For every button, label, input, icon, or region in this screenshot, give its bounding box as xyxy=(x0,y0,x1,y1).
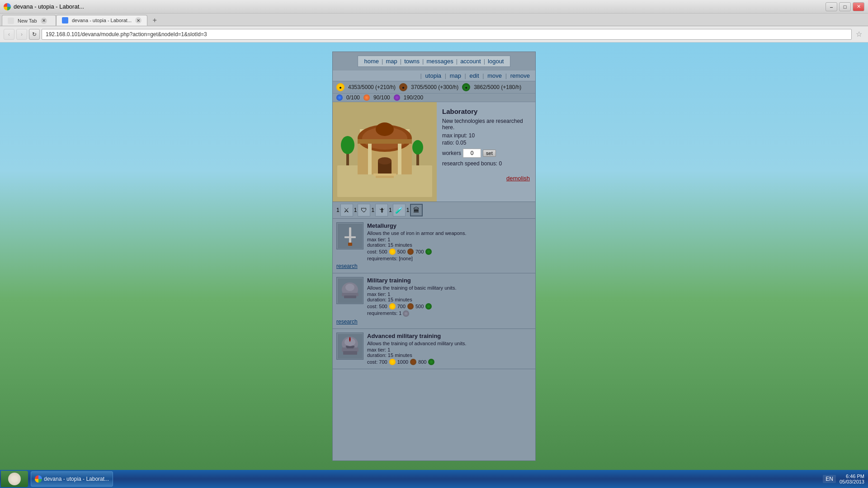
taskbar-clock: 6:46 PM 05/03/2013 xyxy=(840,474,864,484)
start-button[interactable] xyxy=(1,471,28,487)
building-max-input: max input: 10 xyxy=(442,132,530,139)
slot-number: 1 xyxy=(336,207,340,213)
taskbar-buttons: devana - utopia - Laborat... xyxy=(31,471,819,487)
bookmark-button[interactable]: ☆ xyxy=(854,29,864,40)
svg-point-13 xyxy=(412,140,423,155)
workers-label: workers xyxy=(442,150,461,156)
cost-row-advanced-military: cost: 700 1000 800 xyxy=(367,359,532,365)
slot-count-1: 1 xyxy=(354,207,357,213)
research-header-advanced-military: Advanced military training Allows the tr… xyxy=(336,333,532,365)
inner-nav: | utopia | map | edit | move | remove xyxy=(333,70,535,81)
research-button-military-training[interactable]: research xyxy=(336,319,532,325)
chrome-taskbar-icon xyxy=(35,475,42,483)
inner-nav-move[interactable]: move xyxy=(486,72,504,79)
svg-rect-20 xyxy=(349,227,351,243)
wood-cost-icon-1 xyxy=(425,249,432,255)
building-ratio: ratio: 0.05 xyxy=(442,140,530,146)
slot-icon-1[interactable]: ⚔ xyxy=(340,204,353,216)
demolish-button[interactable]: demolish xyxy=(506,175,530,182)
total-pop-value: 190/200 xyxy=(404,94,423,101)
devana-favicon xyxy=(62,17,68,23)
req-icon-military-training xyxy=(403,310,409,317)
slot-item-2: 🛡 xyxy=(358,204,370,216)
tab-new-tab[interactable]: New Tab ✕ xyxy=(2,15,56,26)
research-icon-military-training xyxy=(336,277,363,304)
clock-time: 6:46 PM xyxy=(840,474,864,479)
address-input[interactable] xyxy=(42,29,852,40)
top-nav-inner: home | map | towns | messages | account … xyxy=(358,56,511,67)
nav-messages[interactable]: messages xyxy=(425,58,455,65)
nav-map[interactable]: map xyxy=(384,58,399,65)
building-info: Laboratory New technologies are research… xyxy=(437,102,535,202)
resources-bar: ● 4353/5000 (+210/h) ● 3705/5000 (+300/h… xyxy=(333,81,535,94)
new-tab-button[interactable]: + xyxy=(149,15,160,26)
req-row-metallurgy: requirements: [none] xyxy=(367,256,532,261)
nav-towns[interactable]: towns xyxy=(402,58,421,65)
research-button-metallurgy[interactable]: research xyxy=(336,263,532,269)
research-icon-advanced-military xyxy=(336,333,363,360)
tab-close-devana[interactable]: ✕ xyxy=(135,17,142,23)
inner-nav-remove[interactable]: remove xyxy=(509,72,532,79)
taskbar: devana - utopia - Laborat... EN 6:46 PM … xyxy=(0,470,868,488)
gold-cost-icon-1 xyxy=(389,249,396,255)
cost-row-military-training: cost: 500 700 500 xyxy=(367,303,532,310)
maximize-button[interactable]: □ xyxy=(839,2,851,11)
inner-nav-map[interactable]: map xyxy=(448,72,463,79)
research-details-metallurgy: Metallurgy Allows the use of iron in arm… xyxy=(367,222,532,261)
research-duration-metallurgy: duration: 15 minutes xyxy=(367,242,532,248)
research-details-advanced-military: Advanced military training Allows the tr… xyxy=(367,333,532,365)
workers-value: 0/100 xyxy=(346,94,360,101)
research-title-military-training: Military training xyxy=(367,277,532,284)
food-cost-icon-2 xyxy=(407,303,414,310)
chrome-icon xyxy=(4,3,11,10)
back-button[interactable]: ‹ xyxy=(4,29,14,40)
browser-title: devana - utopia - Laborat... xyxy=(14,3,84,10)
slot-count-3: 1 xyxy=(389,207,392,213)
workers-input[interactable] xyxy=(463,149,481,158)
research-desc-metallurgy: Allows the use of iron in armor and weap… xyxy=(367,230,532,236)
svg-rect-18 xyxy=(358,139,412,144)
tab-devana[interactable]: devana - utopia - Laborat... ✕ xyxy=(56,15,147,26)
clock-date: 05/03/2013 xyxy=(840,479,864,484)
food-cost-icon-1 xyxy=(407,249,414,255)
slot-icon-5[interactable]: 🏛 xyxy=(410,204,423,216)
research-desc-military-training: Allows the training of basic military un… xyxy=(367,285,532,291)
browser-window-controls: – □ ✕ xyxy=(826,2,864,11)
military-value: 90/100 xyxy=(373,94,390,101)
taskbar-chrome-button[interactable]: devana - utopia - Laborat... xyxy=(31,471,113,487)
research-tier-advanced-military: max tier: 1 xyxy=(367,347,532,352)
nav-logout[interactable]: logout xyxy=(486,58,505,65)
svg-rect-17 xyxy=(398,143,401,174)
research-entry-military-training: Military training Allows the training of… xyxy=(333,273,535,329)
new-tab-favicon xyxy=(8,18,14,24)
tab-bar: New Tab ✕ devana - utopia - Laborat... ✕… xyxy=(0,14,868,26)
research-title-advanced-military: Advanced military training xyxy=(367,333,532,339)
research-desc-advanced-military: Allows the training of advanced military… xyxy=(367,341,532,346)
svg-rect-26 xyxy=(344,296,356,298)
close-button[interactable]: ✕ xyxy=(853,2,864,11)
reload-button[interactable]: ↻ xyxy=(29,29,40,40)
slot-icon-4[interactable]: 🧪 xyxy=(393,204,406,216)
wood-cost-icon-2 xyxy=(425,303,432,310)
research-tier-metallurgy: max tier: 1 xyxy=(367,237,532,242)
workers-row: workers set xyxy=(442,149,530,158)
taskbar-tab-label: devana - utopia - Laborat... xyxy=(44,476,109,482)
nav-account[interactable]: account xyxy=(458,58,483,65)
minimize-button[interactable]: – xyxy=(826,2,837,11)
gold-value: 4353/5000 (+210/h) xyxy=(348,84,396,90)
building-svg xyxy=(333,102,437,202)
research-details-military-training: Military training Allows the training of… xyxy=(367,277,532,317)
slot-icon-2[interactable]: 🛡 xyxy=(358,204,370,216)
research-header-military-training: Military training Allows the training of… xyxy=(336,277,532,317)
set-workers-button[interactable]: set xyxy=(483,150,496,157)
svg-rect-33 xyxy=(347,347,354,348)
slot-icon-3[interactable]: 🗡 xyxy=(375,204,388,216)
nav-home[interactable]: home xyxy=(363,58,381,65)
inner-nav-edit[interactable]: edit xyxy=(468,72,481,79)
slot-item-1: ⚔ xyxy=(340,204,353,216)
tab-close-new[interactable]: ✕ xyxy=(41,18,47,24)
req-row-military-training: requirements: 1 xyxy=(367,310,532,317)
browser-titlebar: devana - utopia - Laborat... – □ ✕ xyxy=(0,0,868,14)
inner-nav-utopia[interactable]: utopia xyxy=(424,72,443,79)
forward-button[interactable]: › xyxy=(16,29,27,40)
